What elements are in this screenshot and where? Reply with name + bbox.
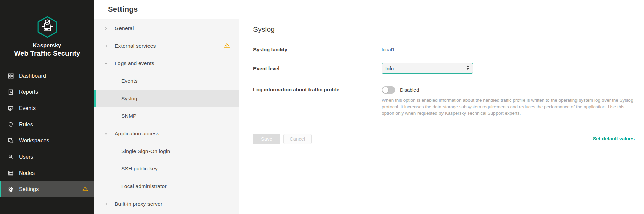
event-level-label: Event level <box>253 63 382 74</box>
tree-item-label: Syslog <box>121 96 137 102</box>
traffic-profile-description: When this option is enabled information … <box>382 97 635 117</box>
tree-item-application-access[interactable]: Application access <box>94 125 239 142</box>
main-area: Settings General External services <box>94 0 644 214</box>
sidebar-item-nodes[interactable]: Nodes <box>0 165 94 181</box>
event-level-select[interactable]: Info <box>382 63 473 74</box>
section-title: Syslog <box>253 25 635 33</box>
sidebar-item-events[interactable]: Events <box>0 100 94 116</box>
syslog-facility-row: Syslog facility local1 <box>253 46 635 53</box>
tree-item-label: Local administrator <box>121 183 167 189</box>
chevron-down-icon <box>104 61 108 65</box>
actions-row: Save Cancel Set default values <box>253 134 635 144</box>
sidebar-item-label: Events <box>19 105 36 111</box>
tree-item-local-administrator[interactable]: Local administrator <box>94 178 239 195</box>
app-window: Kaspersky Web Traffic Security Dashboard <box>0 0 644 214</box>
cancel-button[interactable]: Cancel <box>283 134 312 144</box>
chevron-right-icon <box>104 202 108 206</box>
brand-product: Web Traffic Security <box>0 50 94 57</box>
toggle-state-text: Disabled <box>400 87 419 93</box>
tree-item-label: General <box>115 25 134 31</box>
tree-item-label: External services <box>115 43 156 49</box>
gear-icon <box>8 186 14 192</box>
tree-item-logs-and-events[interactable]: Logs and events <box>94 55 239 72</box>
workspaces-icon <box>8 138 14 144</box>
tree-item-events[interactable]: Events <box>94 72 239 90</box>
selected-indicator-bar <box>94 90 96 107</box>
event-level-row: Event level Info <box>253 63 635 74</box>
dashboard-icon <box>8 73 14 79</box>
tree-item-label: SSH public key <box>121 166 158 172</box>
tree-item-syslog[interactable]: Syslog <box>94 90 239 107</box>
save-button[interactable]: Save <box>253 134 280 144</box>
tree-item-label: Logs and events <box>115 60 154 66</box>
chevron-right-icon <box>104 44 108 48</box>
sidebar-item-settings[interactable]: Settings <box>0 181 94 197</box>
page-title: Settings <box>108 5 138 14</box>
select-arrows-icon <box>466 65 469 72</box>
tree-item-label: Built-in proxy server <box>115 201 162 207</box>
traffic-profile-label: Log information about traffic profile <box>253 86 382 93</box>
sidebar: Kaspersky Web Traffic Security Dashboard <box>0 0 94 214</box>
sidebar-item-label: Users <box>19 154 33 160</box>
syslog-facility-label: Syslog facility <box>253 46 382 53</box>
event-level-selected-value: Info <box>385 66 394 71</box>
sidebar-item-label: Dashboard <box>19 73 46 79</box>
reports-icon <box>8 89 14 95</box>
settings-tree: General External services <box>94 19 239 214</box>
chevron-down-icon <box>104 132 108 136</box>
sidebar-item-reports[interactable]: Reports <box>0 84 94 100</box>
sidebar-item-label: Workspaces <box>19 138 49 144</box>
sidebar-item-label: Reports <box>19 89 38 95</box>
active-indicator-bar <box>0 181 1 197</box>
syslog-settings-panel: Syslog Syslog facility local1 Event leve… <box>239 19 644 214</box>
sidebar-item-users[interactable]: Users <box>0 149 94 165</box>
tree-item-external-services[interactable]: External services <box>94 37 239 55</box>
page-header: Settings <box>94 0 644 19</box>
sidebar-item-rules[interactable]: Rules <box>0 116 94 133</box>
sidebar-item-workspaces[interactable]: Workspaces <box>0 133 94 149</box>
sidebar-nav: Dashboard Reports <box>0 68 94 197</box>
sidebar-item-dashboard[interactable]: Dashboard <box>0 68 94 84</box>
traffic-profile-toggle[interactable] <box>382 86 395 94</box>
tree-item-snmp[interactable]: SNMP <box>94 107 239 125</box>
rules-icon <box>8 122 14 128</box>
users-icon <box>8 154 14 160</box>
brand-block: Kaspersky Web Traffic Security <box>0 0 94 57</box>
tree-item-label: Application access <box>115 131 159 137</box>
syslog-facility-value: local1 <box>382 47 395 52</box>
tree-item-general[interactable]: General <box>94 20 239 37</box>
set-default-values-link[interactable]: Set default values <box>593 136 635 142</box>
tree-item-label: Events <box>121 78 138 84</box>
sidebar-item-label: Rules <box>19 122 33 128</box>
kaspersky-hexagon-logo-icon <box>37 33 58 39</box>
tree-item-label: SNMP <box>121 113 137 119</box>
warning-triangle-icon <box>224 43 230 49</box>
sidebar-item-label: Settings <box>19 186 39 192</box>
chevron-right-icon <box>104 26 108 30</box>
nodes-icon <box>8 170 14 176</box>
traffic-profile-row: Log information about traffic profile Di… <box>253 86 635 121</box>
sidebar-item-label: Nodes <box>19 170 35 176</box>
brand-name: Kaspersky <box>0 43 94 49</box>
warning-triangle-icon <box>82 186 88 193</box>
tree-item-label: Single Sign-On login <box>121 148 170 154</box>
tree-item-built-in-proxy-server[interactable]: Built-in proxy server <box>94 195 239 213</box>
tree-item-single-sign-on-login[interactable]: Single Sign-On login <box>94 142 239 160</box>
events-icon <box>8 105 14 111</box>
toggle-knob <box>382 87 388 93</box>
tree-item-ssh-public-key[interactable]: SSH public key <box>94 160 239 178</box>
